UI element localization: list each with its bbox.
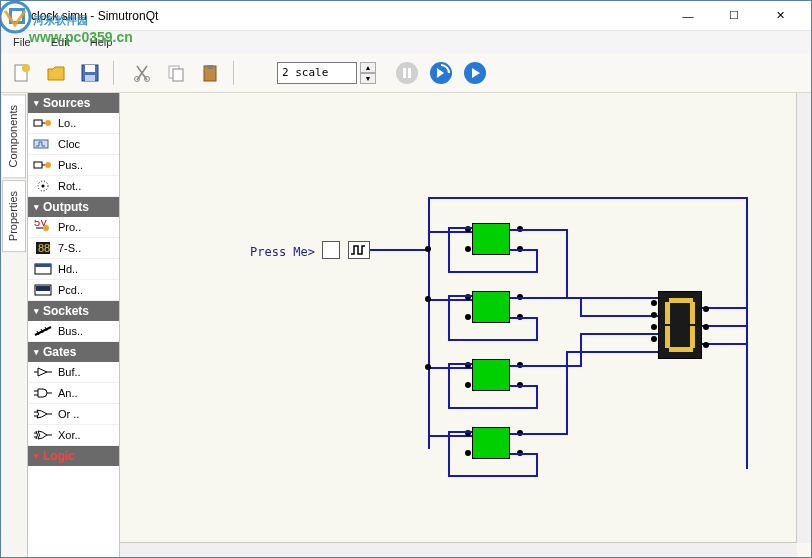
svg-rect-11: [173, 69, 183, 81]
circuit-canvas[interactable]: Press Me>: [120, 93, 811, 557]
flipflop-4[interactable]: [472, 427, 510, 459]
save-button[interactable]: [75, 58, 105, 88]
item-hd[interactable]: Hd..: [28, 259, 119, 280]
svg-rect-34: [35, 264, 51, 267]
category-sources[interactable]: Sources: [28, 93, 119, 113]
window-title: clock.simu - SimutronQt: [31, 9, 665, 23]
svg-rect-2: [12, 11, 22, 21]
cut-button[interactable]: [127, 58, 157, 88]
tab-components[interactable]: Components: [2, 94, 26, 178]
pulse-icon: [348, 241, 370, 259]
paste-button[interactable]: [195, 58, 225, 88]
svg-rect-16: [408, 68, 411, 78]
item-xor[interactable]: Xor..: [28, 425, 119, 446]
press-me-label: Press Me>: [250, 245, 315, 259]
new-button[interactable]: [7, 58, 37, 88]
tab-properties[interactable]: Properties: [2, 180, 26, 252]
category-sockets[interactable]: Sockets: [28, 301, 119, 321]
close-button[interactable]: ✕: [757, 1, 803, 31]
flipflop-2[interactable]: [472, 291, 510, 323]
item-and[interactable]: An..: [28, 383, 119, 404]
svg-rect-6: [85, 65, 95, 72]
svg-rect-23: [34, 162, 42, 168]
scale-spinner[interactable]: ▲▼: [360, 62, 376, 84]
app-icon: [9, 8, 25, 24]
category-logic[interactable]: Logic: [28, 446, 119, 466]
menu-bar: File Edit Help: [1, 31, 811, 53]
svg-rect-13: [207, 65, 213, 69]
component-tree: Sources Lo.. Cloc Pus.. Rot.. Outputs 5V…: [28, 93, 120, 557]
title-bar: clock.simu - SimutronQt — ☐ ✕: [1, 1, 811, 31]
circuit-diagram: Press Me>: [250, 173, 810, 543]
svg-rect-22: [34, 140, 48, 148]
svg-rect-19: [34, 120, 42, 126]
svg-point-4: [22, 64, 30, 72]
category-outputs[interactable]: Outputs: [28, 197, 119, 217]
svg-point-20: [45, 120, 51, 126]
item-push[interactable]: Pus..: [28, 155, 119, 176]
menu-edit[interactable]: Edit: [43, 34, 78, 50]
svg-point-27: [42, 185, 45, 188]
copy-button[interactable]: [161, 58, 191, 88]
item-probe[interactable]: 5VPro..: [28, 217, 119, 238]
flipflop-3[interactable]: [472, 359, 510, 391]
seven-segment-display[interactable]: [658, 291, 702, 359]
minimize-button[interactable]: —: [665, 1, 711, 31]
push-button-component[interactable]: [322, 241, 340, 259]
play-button[interactable]: [460, 58, 490, 88]
toolbar: ▲▼: [1, 53, 811, 93]
flipflop-1[interactable]: [472, 223, 510, 255]
scale-input[interactable]: [277, 62, 357, 84]
svg-text:88: 88: [38, 242, 50, 254]
menu-file[interactable]: File: [5, 34, 39, 50]
item-7seg[interactable]: 887-S..: [28, 238, 119, 259]
side-tabs: Components Properties: [1, 93, 28, 557]
item-pcd[interactable]: Pcd..: [28, 280, 119, 301]
svg-rect-36: [36, 286, 50, 291]
svg-rect-7: [85, 75, 95, 81]
item-buffer[interactable]: Buf..: [28, 362, 119, 383]
step-button[interactable]: [426, 58, 456, 88]
svg-point-14: [396, 62, 418, 84]
svg-point-29: [43, 225, 49, 231]
item-bus[interactable]: Bus..: [28, 321, 119, 342]
maximize-button[interactable]: ☐: [711, 1, 757, 31]
category-gates[interactable]: Gates: [28, 342, 119, 362]
item-clock[interactable]: Cloc: [28, 134, 119, 155]
open-button[interactable]: [41, 58, 71, 88]
menu-help[interactable]: Help: [82, 34, 121, 50]
item-rotary[interactable]: Rot..: [28, 176, 119, 197]
item-logic-source[interactable]: Lo..: [28, 113, 119, 134]
pause-button[interactable]: [392, 58, 422, 88]
item-or[interactable]: Or ..: [28, 404, 119, 425]
svg-rect-15: [403, 68, 406, 78]
svg-point-24: [45, 162, 51, 168]
